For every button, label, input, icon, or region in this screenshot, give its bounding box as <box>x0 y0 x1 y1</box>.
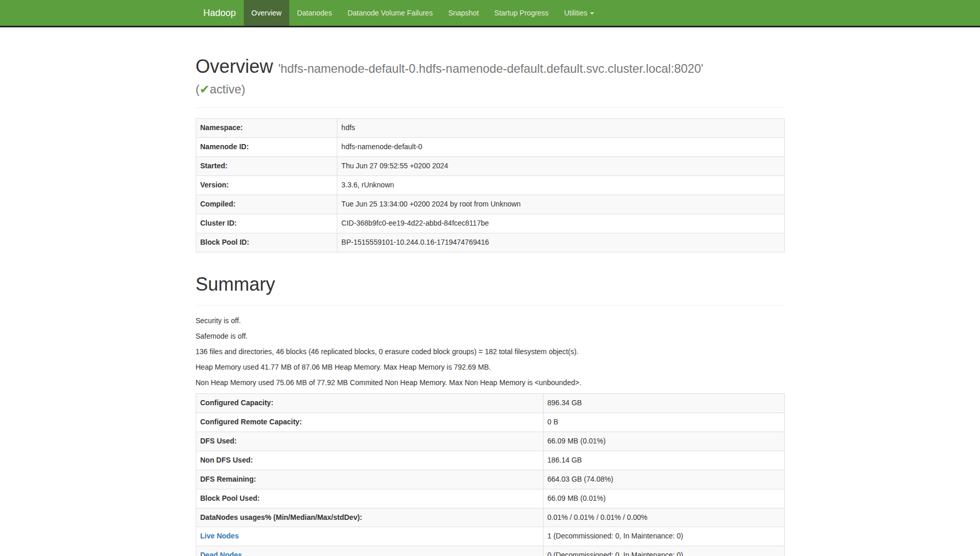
summary-paragraph-3: 136 files and directories, 46 blocks (46… <box>196 347 785 357</box>
summary-label-live-nodes: Live Nodes <box>196 527 543 546</box>
info-value-namespace: hdfs <box>337 119 784 138</box>
nav-link-utilities[interactable]: Utilities <box>556 0 602 26</box>
summary-row-dfs-remaining: DFS Remaining:664.03 GB (74.08%) <box>196 470 784 489</box>
info-value-block-pool-id: BP-1515559101-10.244.0.16-1719474769416 <box>337 233 784 252</box>
info-value-version: 3.3.6, rUnknown <box>337 176 784 195</box>
status-label: active <box>210 83 241 96</box>
nav-link-startup-progress[interactable]: Startup Progress <box>487 0 556 26</box>
info-value-namenode-id: hdfs-namenode-default-0 <box>337 138 784 157</box>
info-label-version: Version: <box>196 176 337 195</box>
info-label-namenode-id: Namenode ID: <box>196 138 337 157</box>
summary-value-dead-nodes: 0 (Decommissioned: 0, In Maintenance: 0) <box>543 546 784 556</box>
summary-label-non-dfs-used: Non DFS Used: <box>196 451 543 470</box>
summary-label-dead-nodes: Dead Nodes <box>196 546 543 556</box>
nav-item-datanode-volume-failures: Datanode Volume Failures <box>340 0 441 26</box>
info-row-namespace: Namespace:hdfs <box>196 119 784 138</box>
summary-paragraph-1: Security is off. <box>196 316 785 326</box>
dead-nodes-link[interactable]: Dead Nodes <box>200 551 242 556</box>
summary-label-block-pool-used: Block Pool Used: <box>196 489 543 508</box>
navbar: Hadoop OverviewDatanodesDatanode Volume … <box>0 0 980 27</box>
summary-paragraph-4: Heap Memory used 41.77 MB of 87.06 MB He… <box>196 362 785 373</box>
info-label-namespace: Namespace: <box>196 119 337 138</box>
page-title: Overview 'hdfs-namenode-default-0.hdfs-n… <box>196 56 785 97</box>
summary-divider <box>196 305 785 306</box>
summary-paragraphs: Security is off.Safemode is off.136 file… <box>196 316 785 388</box>
info-row-block-pool-id: Block Pool ID:BP-1515559101-10.244.0.16-… <box>196 233 784 252</box>
summary-paragraph-2: Safemode is off. <box>196 331 785 342</box>
summary-value-configured-remote-capacity: 0 B <box>543 412 784 432</box>
summary-row-dead-nodes: Dead Nodes0 (Decommissioned: 0, In Maint… <box>196 546 784 556</box>
nav-link-datanode-volume-failures[interactable]: Datanode Volume Failures <box>340 0 441 26</box>
summary-row-block-pool-used: Block Pool Used:66.09 MB (0.01%) <box>196 489 784 508</box>
info-value-compiled: Tue Jun 25 13:34:00 +0200 2024 by root f… <box>337 195 784 214</box>
nav-item-snapshot: Snapshot <box>441 0 487 26</box>
active-check-icon: ✔ <box>199 83 210 96</box>
nav-item-datanodes: Datanodes <box>289 0 340 26</box>
info-label-cluster-id: Cluster ID: <box>196 214 337 233</box>
navbar-menu: OverviewDatanodesDatanode Volume Failure… <box>244 0 602 26</box>
summary-row-datanodes-usages-min-median-max-stddev: DataNodes usages% (Min/Median/Max/stdDev… <box>196 508 784 527</box>
summary-row-dfs-used: DFS Used:66.09 MB (0.01%) <box>196 432 784 451</box>
summary-row-live-nodes: Live Nodes1 (Decommissioned: 0, In Maint… <box>196 527 784 546</box>
summary-value-non-dfs-used: 186.14 GB <box>543 451 784 470</box>
info-label-compiled: Compiled: <box>196 195 337 214</box>
nav-item-startup-progress: Startup Progress <box>487 0 556 26</box>
summary-label-dfs-remaining: DFS Remaining: <box>196 470 543 489</box>
info-row-namenode-id: Namenode ID:hdfs-namenode-default-0 <box>196 138 784 157</box>
namenode-status: (✔active) <box>196 83 245 96</box>
summary-label-configured-capacity: Configured Capacity: <box>196 393 543 412</box>
main-content: Overview 'hdfs-namenode-default-0.hdfs-n… <box>188 27 792 556</box>
summary-value-datanodes-usages-min-median-max-stddev: 0.01% / 0.01% / 0.01% / 0.00% <box>543 508 784 527</box>
summary-value-live-nodes: 1 (Decommissioned: 0, In Maintenance: 0) <box>543 527 784 546</box>
namenode-info-table: Namespace:hdfsNamenode ID:hdfs-namenode-… <box>196 118 785 252</box>
nav-item-overview: Overview <box>244 0 289 26</box>
info-label-block-pool-id: Block Pool ID: <box>196 233 337 252</box>
nav-link-datanodes[interactable]: Datanodes <box>289 0 340 26</box>
info-row-compiled: Compiled:Tue Jun 25 13:34:00 +0200 2024 … <box>196 195 784 214</box>
namenode-info-table-body: Namespace:hdfsNamenode ID:hdfs-namenode-… <box>196 119 784 252</box>
summary-row-configured-remote-capacity: Configured Remote Capacity:0 B <box>196 412 784 432</box>
summary-table: Configured Capacity:896.34 GBConfigured … <box>196 393 785 556</box>
summary-label-dfs-used: DFS Used: <box>196 432 543 451</box>
nav-link-overview[interactable]: Overview <box>244 0 289 26</box>
summary-table-body: Configured Capacity:896.34 GBConfigured … <box>196 393 784 556</box>
nav-link-snapshot[interactable]: Snapshot <box>441 0 487 26</box>
nav-item-utilities: Utilities <box>556 0 602 26</box>
summary-value-dfs-used: 66.09 MB (0.01%) <box>543 432 784 451</box>
page-title-text: Overview <box>196 56 273 77</box>
caret-down-icon <box>590 12 594 14</box>
summary-row-non-dfs-used: Non DFS Used:186.14 GB <box>196 451 784 470</box>
summary-label-configured-remote-capacity: Configured Remote Capacity: <box>196 412 543 432</box>
summary-row-configured-capacity: Configured Capacity:896.34 GB <box>196 393 784 412</box>
info-value-started: Thu Jun 27 09:52:55 +0200 2024 <box>337 157 784 176</box>
info-row-version: Version:3.3.6, rUnknown <box>196 176 784 195</box>
summary-value-dfs-remaining: 664.03 GB (74.08%) <box>543 470 784 489</box>
info-row-started: Started:Thu Jun 27 09:52:55 +0200 2024 <box>196 157 784 176</box>
navbar-brand[interactable]: Hadoop <box>196 0 244 26</box>
summary-paragraph-5: Non Heap Memory used 75.06 MB of 77.92 M… <box>196 378 785 388</box>
namenode-address: 'hdfs-namenode-default-0.hdfs-namenode-d… <box>278 62 704 75</box>
title-divider <box>196 107 785 108</box>
info-row-cluster-id: Cluster ID:CID-368b9fc0-ee19-4d22-abbd-8… <box>196 214 784 233</box>
summary-value-block-pool-used: 66.09 MB (0.01%) <box>543 489 784 508</box>
info-value-cluster-id: CID-368b9fc0-ee19-4d22-abbd-84fcec8117be <box>337 214 784 233</box>
info-label-started: Started: <box>196 157 337 176</box>
live-nodes-link[interactable]: Live Nodes <box>200 532 239 540</box>
summary-value-configured-capacity: 896.34 GB <box>543 393 784 412</box>
summary-label-datanodes-usages-min-median-max-stddev: DataNodes usages% (Min/Median/Max/stdDev… <box>196 508 543 527</box>
summary-heading: Summary <box>196 274 785 295</box>
